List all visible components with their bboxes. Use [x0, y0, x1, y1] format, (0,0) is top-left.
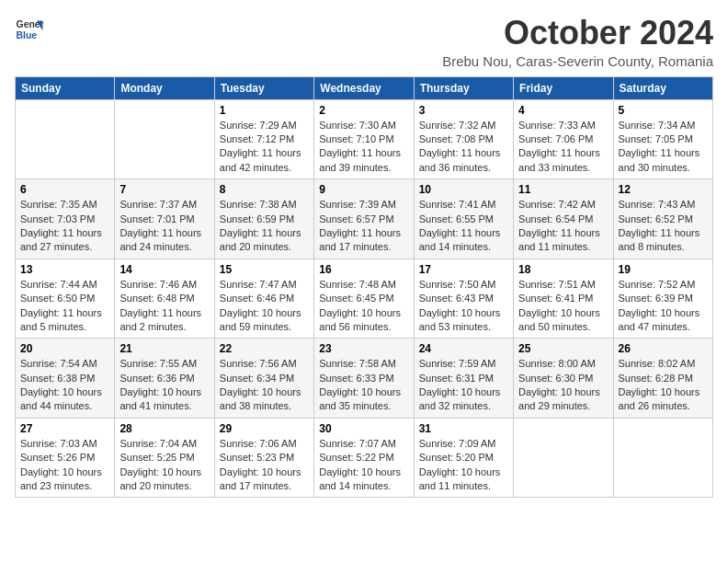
calendar-day-cell: 18Sunrise: 7:51 AM Sunset: 6:41 PM Dayli… — [514, 259, 613, 339]
calendar-day-cell: 14Sunrise: 7:46 AM Sunset: 6:48 PM Dayli… — [115, 259, 214, 339]
calendar-day-cell: 15Sunrise: 7:47 AM Sunset: 6:46 PM Dayli… — [214, 259, 313, 339]
calendar-day-cell: 11Sunrise: 7:42 AM Sunset: 6:54 PM Dayli… — [514, 179, 613, 259]
day-info: Sunrise: 7:59 AM Sunset: 6:31 PM Dayligh… — [419, 357, 508, 414]
day-number: 28 — [119, 422, 209, 435]
calendar-day-cell: 7Sunrise: 7:37 AM Sunset: 7:01 PM Daylig… — [115, 179, 214, 259]
day-number: 13 — [20, 263, 109, 276]
day-of-week-header: Friday — [514, 76, 613, 99]
day-number: 17 — [419, 263, 508, 276]
calendar-day-cell: 20Sunrise: 7:54 AM Sunset: 6:38 PM Dayli… — [16, 339, 115, 419]
calendar-day-cell: 4Sunrise: 7:33 AM Sunset: 7:06 PM Daylig… — [514, 99, 613, 179]
calendar-week-row: 13Sunrise: 7:44 AM Sunset: 6:50 PM Dayli… — [16, 259, 713, 339]
day-info: Sunrise: 7:50 AM Sunset: 6:43 PM Dayligh… — [419, 278, 508, 335]
day-number: 9 — [319, 183, 408, 196]
day-info: Sunrise: 7:44 AM Sunset: 6:50 PM Dayligh… — [20, 278, 109, 335]
calendar-day-cell: 17Sunrise: 7:50 AM Sunset: 6:43 PM Dayli… — [414, 259, 513, 339]
day-info: Sunrise: 7:56 AM Sunset: 6:34 PM Dayligh… — [220, 357, 309, 414]
day-number: 11 — [518, 183, 608, 196]
calendar-day-cell: 30Sunrise: 7:07 AM Sunset: 5:22 PM Dayli… — [314, 418, 414, 498]
day-number: 12 — [619, 183, 708, 196]
day-info: Sunrise: 7:43 AM Sunset: 6:52 PM Dayligh… — [619, 198, 708, 255]
day-info: Sunrise: 7:30 AM Sunset: 7:10 PM Dayligh… — [319, 119, 408, 176]
day-number: 10 — [419, 183, 508, 196]
day-of-week-header: Sunday — [16, 76, 115, 99]
calendar-day-cell: 6Sunrise: 7:35 AM Sunset: 7:03 PM Daylig… — [16, 179, 115, 259]
day-info: Sunrise: 7:51 AM Sunset: 6:41 PM Dayligh… — [518, 278, 608, 335]
day-number: 27 — [20, 422, 109, 435]
calendar-day-cell: 13Sunrise: 7:44 AM Sunset: 6:50 PM Dayli… — [16, 259, 115, 339]
calendar-day-cell: 9Sunrise: 7:39 AM Sunset: 6:57 PM Daylig… — [314, 179, 414, 259]
day-number: 30 — [319, 422, 408, 435]
calendar-day-cell: 5Sunrise: 7:34 AM Sunset: 7:05 PM Daylig… — [613, 99, 712, 179]
calendar-day-cell — [16, 99, 115, 179]
calendar-day-cell: 26Sunrise: 8:02 AM Sunset: 6:28 PM Dayli… — [613, 339, 712, 419]
day-info: Sunrise: 7:42 AM Sunset: 6:54 PM Dayligh… — [518, 198, 608, 255]
day-of-week-header: Thursday — [414, 76, 513, 99]
day-number: 16 — [319, 263, 408, 276]
day-number: 7 — [119, 183, 209, 196]
day-info: Sunrise: 7:52 AM Sunset: 6:39 PM Dayligh… — [619, 278, 708, 335]
day-info: Sunrise: 7:38 AM Sunset: 6:59 PM Dayligh… — [220, 198, 309, 255]
day-number: 24 — [419, 342, 508, 355]
day-number: 15 — [220, 263, 309, 276]
day-of-week-header: Wednesday — [314, 76, 414, 99]
calendar-week-row: 6Sunrise: 7:35 AM Sunset: 7:03 PM Daylig… — [16, 179, 713, 259]
calendar-day-cell: 1Sunrise: 7:29 AM Sunset: 7:12 PM Daylig… — [214, 99, 313, 179]
calendar-day-cell: 24Sunrise: 7:59 AM Sunset: 6:31 PM Dayli… — [414, 339, 513, 419]
calendar-day-cell: 16Sunrise: 7:48 AM Sunset: 6:45 PM Dayli… — [314, 259, 414, 339]
day-number: 22 — [220, 342, 309, 355]
day-number: 25 — [518, 342, 608, 355]
day-info: Sunrise: 7:04 AM Sunset: 5:25 PM Dayligh… — [119, 437, 209, 494]
svg-text:Blue: Blue — [17, 30, 38, 40]
day-number: 23 — [319, 342, 408, 355]
day-number: 8 — [220, 183, 309, 196]
logo-icon: General Blue — [15, 15, 44, 44]
calendar-day-cell — [115, 99, 214, 179]
day-number: 29 — [220, 422, 309, 435]
day-info: Sunrise: 7:39 AM Sunset: 6:57 PM Dayligh… — [319, 198, 408, 255]
day-number: 14 — [119, 263, 209, 276]
day-info: Sunrise: 7:58 AM Sunset: 6:33 PM Dayligh… — [319, 357, 408, 414]
calendar-day-cell: 21Sunrise: 7:55 AM Sunset: 6:36 PM Dayli… — [115, 339, 214, 419]
day-info: Sunrise: 7:07 AM Sunset: 5:22 PM Dayligh… — [319, 437, 408, 494]
calendar-day-cell: 23Sunrise: 7:58 AM Sunset: 6:33 PM Dayli… — [314, 339, 414, 419]
calendar-day-cell: 25Sunrise: 8:00 AM Sunset: 6:30 PM Dayli… — [514, 339, 613, 419]
calendar-day-cell — [613, 418, 712, 498]
day-info: Sunrise: 7:54 AM Sunset: 6:38 PM Dayligh… — [20, 357, 109, 414]
day-number: 6 — [20, 183, 109, 196]
logo: General Blue — [15, 15, 44, 44]
day-info: Sunrise: 7:41 AM Sunset: 6:55 PM Dayligh… — [419, 198, 508, 255]
day-of-week-header: Tuesday — [214, 76, 313, 99]
calendar-table: SundayMondayTuesdayWednesdayThursdayFrid… — [15, 76, 713, 499]
calendar-day-cell: 8Sunrise: 7:38 AM Sunset: 6:59 PM Daylig… — [214, 179, 313, 259]
day-number: 5 — [619, 104, 708, 117]
title-block: October 2024 Brebu Nou, Caras-Severin Co… — [442, 15, 713, 69]
day-info: Sunrise: 7:48 AM Sunset: 6:45 PM Dayligh… — [319, 278, 408, 335]
calendar-day-cell: 27Sunrise: 7:03 AM Sunset: 5:26 PM Dayli… — [16, 418, 115, 498]
day-info: Sunrise: 7:46 AM Sunset: 6:48 PM Dayligh… — [119, 278, 209, 335]
location-subtitle: Brebu Nou, Caras-Severin County, Romania — [442, 53, 713, 69]
day-info: Sunrise: 7:34 AM Sunset: 7:05 PM Dayligh… — [619, 119, 708, 176]
calendar-day-cell: 28Sunrise: 7:04 AM Sunset: 5:25 PM Dayli… — [115, 418, 214, 498]
day-info: Sunrise: 7:47 AM Sunset: 6:46 PM Dayligh… — [220, 278, 309, 335]
day-info: Sunrise: 7:35 AM Sunset: 7:03 PM Dayligh… — [20, 198, 109, 255]
day-number: 20 — [20, 342, 109, 355]
day-info: Sunrise: 7:37 AM Sunset: 7:01 PM Dayligh… — [119, 198, 209, 255]
calendar-day-cell: 19Sunrise: 7:52 AM Sunset: 6:39 PM Dayli… — [613, 259, 712, 339]
day-number: 21 — [119, 342, 209, 355]
day-number: 18 — [518, 263, 608, 276]
day-number: 26 — [619, 342, 708, 355]
page-header: General Blue October 2024 Brebu Nou, Car… — [15, 15, 713, 69]
day-number: 4 — [518, 104, 608, 117]
calendar-day-cell: 12Sunrise: 7:43 AM Sunset: 6:52 PM Dayli… — [613, 179, 712, 259]
calendar-week-row: 27Sunrise: 7:03 AM Sunset: 5:26 PM Dayli… — [16, 418, 713, 498]
calendar-week-row: 1Sunrise: 7:29 AM Sunset: 7:12 PM Daylig… — [16, 99, 713, 179]
day-number: 31 — [419, 422, 508, 435]
day-info: Sunrise: 7:29 AM Sunset: 7:12 PM Dayligh… — [220, 119, 309, 176]
day-info: Sunrise: 7:03 AM Sunset: 5:26 PM Dayligh… — [20, 437, 109, 494]
calendar-week-row: 20Sunrise: 7:54 AM Sunset: 6:38 PM Dayli… — [16, 339, 713, 419]
calendar-day-cell — [514, 418, 613, 498]
day-info: Sunrise: 7:33 AM Sunset: 7:06 PM Dayligh… — [518, 119, 608, 176]
day-info: Sunrise: 8:02 AM Sunset: 6:28 PM Dayligh… — [619, 357, 708, 414]
calendar-header-row: SundayMondayTuesdayWednesdayThursdayFrid… — [16, 76, 713, 99]
